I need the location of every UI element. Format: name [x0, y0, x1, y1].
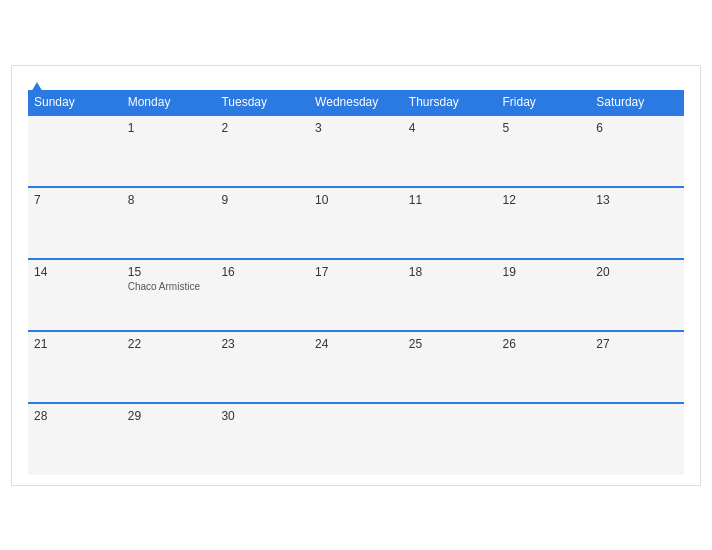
day-number: 26: [503, 337, 585, 351]
calendar-cell: 17: [309, 259, 403, 331]
calendar-cell: [497, 403, 591, 475]
day-number: 9: [221, 193, 303, 207]
day-number: 10: [315, 193, 397, 207]
calendar-cell: 18: [403, 259, 497, 331]
day-number: 5: [503, 121, 585, 135]
weekday-header-saturday: Saturday: [590, 90, 684, 115]
day-number: 22: [128, 337, 210, 351]
day-number: 16: [221, 265, 303, 279]
calendar-cell: 12: [497, 187, 591, 259]
logo-triangle-icon: [30, 82, 44, 94]
weekday-header-wednesday: Wednesday: [309, 90, 403, 115]
day-number: 2: [221, 121, 303, 135]
logo: [28, 82, 44, 94]
day-number: 18: [409, 265, 491, 279]
calendar-cell: [590, 403, 684, 475]
calendar-cell: 6: [590, 115, 684, 187]
calendar-cell: 30: [215, 403, 309, 475]
calendar-cell: 2: [215, 115, 309, 187]
calendar-cell: 3: [309, 115, 403, 187]
calendar-cell: 13: [590, 187, 684, 259]
calendar-cell: [309, 403, 403, 475]
week-row-4: 21222324252627: [28, 331, 684, 403]
day-number: 29: [128, 409, 210, 423]
calendar-cell: 22: [122, 331, 216, 403]
day-number: 28: [34, 409, 116, 423]
calendar-grid: SundayMondayTuesdayWednesdayThursdayFrid…: [28, 90, 684, 475]
day-number: 23: [221, 337, 303, 351]
day-number: 3: [315, 121, 397, 135]
day-number: 6: [596, 121, 678, 135]
day-number: 15: [128, 265, 210, 279]
day-number: 7: [34, 193, 116, 207]
day-number: 21: [34, 337, 116, 351]
week-row-2: 78910111213: [28, 187, 684, 259]
weekday-header-monday: Monday: [122, 90, 216, 115]
day-number: 30: [221, 409, 303, 423]
calendar-cell: 9: [215, 187, 309, 259]
weekday-header-row: SundayMondayTuesdayWednesdayThursdayFrid…: [28, 90, 684, 115]
week-row-5: 282930: [28, 403, 684, 475]
calendar-cell: 14: [28, 259, 122, 331]
calendar-cell: 21: [28, 331, 122, 403]
weekday-header-thursday: Thursday: [403, 90, 497, 115]
calendar-cell: 11: [403, 187, 497, 259]
weekday-header-tuesday: Tuesday: [215, 90, 309, 115]
calendar-cell: [403, 403, 497, 475]
day-number: 13: [596, 193, 678, 207]
day-number: 14: [34, 265, 116, 279]
calendar-cell: 10: [309, 187, 403, 259]
calendar-cell: 29: [122, 403, 216, 475]
day-number: 19: [503, 265, 585, 279]
calendar-cell: 23: [215, 331, 309, 403]
day-number: 17: [315, 265, 397, 279]
event-label: Chaco Armistice: [128, 281, 210, 292]
calendar-cell: 8: [122, 187, 216, 259]
week-row-1: 123456: [28, 115, 684, 187]
day-number: 27: [596, 337, 678, 351]
calendar-cell: 19: [497, 259, 591, 331]
calendar-cell: 28: [28, 403, 122, 475]
calendar-cell: [28, 115, 122, 187]
calendar-cell: 7: [28, 187, 122, 259]
day-number: 1: [128, 121, 210, 135]
day-number: 8: [128, 193, 210, 207]
calendar-cell: 26: [497, 331, 591, 403]
calendar-cell: 15Chaco Armistice: [122, 259, 216, 331]
calendar-cell: 4: [403, 115, 497, 187]
calendar-cell: 1: [122, 115, 216, 187]
calendar-cell: 20: [590, 259, 684, 331]
calendar-cell: 27: [590, 331, 684, 403]
day-number: 4: [409, 121, 491, 135]
calendar-cell: 25: [403, 331, 497, 403]
calendar-cell: 24: [309, 331, 403, 403]
day-number: 11: [409, 193, 491, 207]
week-row-3: 1415Chaco Armistice1617181920: [28, 259, 684, 331]
calendar-cell: 5: [497, 115, 591, 187]
calendar-cell: 16: [215, 259, 309, 331]
day-number: 20: [596, 265, 678, 279]
day-number: 24: [315, 337, 397, 351]
day-number: 12: [503, 193, 585, 207]
weekday-header-friday: Friday: [497, 90, 591, 115]
day-number: 25: [409, 337, 491, 351]
calendar-wrapper: SundayMondayTuesdayWednesdayThursdayFrid…: [11, 65, 701, 486]
